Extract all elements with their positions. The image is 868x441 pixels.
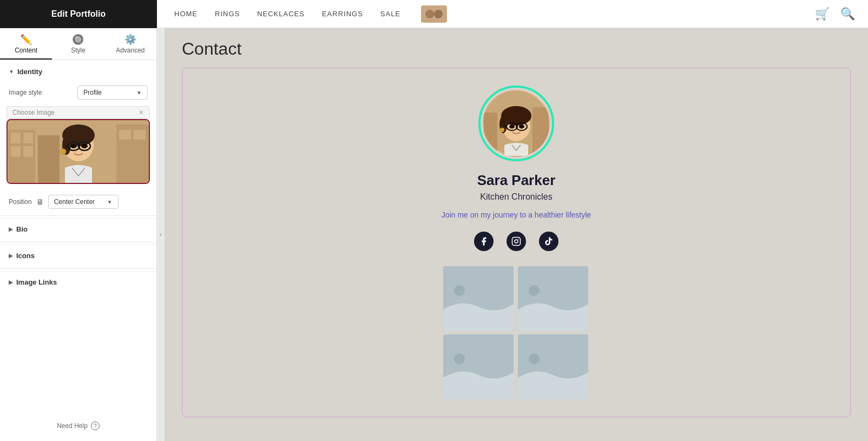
- position-select[interactable]: Center Center ▼: [48, 195, 119, 209]
- grid-image-2[interactable]: [518, 266, 588, 331]
- svg-point-21: [81, 144, 88, 148]
- identity-label: Identity: [17, 68, 42, 76]
- top-nav: Edit Portfolio HOME RINGS NECKLACES EARR…: [0, 0, 868, 28]
- choose-image-bar[interactable]: Choose Image ✕: [6, 106, 150, 119]
- search-button[interactable]: 🔍: [840, 7, 855, 21]
- nav-rings[interactable]: RINGS: [215, 10, 240, 18]
- facebook-icon[interactable]: [474, 232, 494, 251]
- svg-point-22: [61, 149, 66, 154]
- help-icon: ?: [91, 422, 100, 430]
- icons-arrow: ▶: [9, 253, 13, 259]
- image-style-chevron: ▼: [136, 90, 142, 96]
- profile-bio: Join me on my journey to a healthier lif…: [442, 209, 591, 221]
- position-row: Position 🖥 Center Center ▼: [0, 190, 156, 213]
- image-style-row: Image style Profile ▼: [0, 81, 156, 104]
- profile-avatar: [483, 90, 550, 157]
- svg-rect-5: [38, 135, 60, 184]
- svg-point-20: [70, 144, 77, 148]
- position-value: Center Center: [54, 198, 95, 206]
- grid-image-1[interactable]: [443, 266, 514, 331]
- tab-style-label: Style: [71, 47, 86, 54]
- tab-advanced-label: Advanced: [116, 47, 144, 54]
- nav-necklaces[interactable]: NECKLACES: [257, 10, 305, 18]
- image-links-section-header[interactable]: ▶ Image Links: [0, 271, 156, 293]
- grid-image-3[interactable]: [443, 334, 514, 399]
- profile-section: Sara Parker Kitchen Chronicles Join me o…: [182, 68, 851, 417]
- position-monitor-icon: 🖥: [36, 198, 44, 206]
- advanced-icon: ⚙️: [124, 34, 136, 45]
- page-title: Contact: [165, 28, 868, 68]
- svg-point-38: [518, 239, 519, 240]
- svg-rect-8: [23, 133, 33, 143]
- svg-rect-9: [11, 146, 21, 157]
- nav-links: HOME RINGS NECKLACES EARRINGS SALE: [157, 10, 815, 18]
- sidebar-tabs: ✏️ Content 🔘 Style ⚙️ Advanced: [0, 28, 156, 60]
- svg-point-37: [515, 240, 518, 243]
- image-preview[interactable]: [6, 119, 150, 184]
- svg-point-2: [434, 10, 443, 18]
- svg-point-46: [529, 353, 540, 364]
- svg-rect-12: [134, 130, 146, 140]
- image-links-arrow: ▶: [9, 279, 13, 285]
- image-preview-container: Choose Image ✕: [6, 106, 150, 184]
- bio-section-header[interactable]: ▶ Bio: [0, 218, 156, 240]
- need-help-label: Need Help: [57, 422, 88, 430]
- image-inner: [8, 120, 149, 183]
- svg-rect-7: [11, 133, 21, 143]
- main-layout: ✏️ Content 🔘 Style ⚙️ Advanced ▼ Identit…: [0, 28, 868, 441]
- nav-logo: [421, 5, 447, 23]
- close-icon: ✕: [139, 109, 144, 116]
- grid-image-4[interactable]: [518, 334, 588, 399]
- bio-text: Join me on my journey to a: [442, 210, 535, 219]
- svg-rect-36: [512, 238, 521, 246]
- cart-button[interactable]: 🛒: [815, 7, 830, 21]
- svg-rect-10: [23, 146, 33, 157]
- svg-rect-25: [532, 107, 549, 156]
- svg-point-34: [519, 125, 524, 129]
- nav-earrings[interactable]: EARRINGS: [322, 10, 363, 18]
- image-style-select[interactable]: Profile ▼: [77, 85, 148, 100]
- identity-section-header[interactable]: ▼ Identity: [0, 60, 156, 81]
- profile-subtitle: Kitchen Chronicles: [480, 192, 552, 202]
- divider-2: [0, 242, 156, 242]
- collapse-handle[interactable]: ‹: [157, 28, 165, 441]
- content-icon: ✏️: [20, 34, 32, 45]
- svg-point-40: [454, 285, 465, 296]
- svg-point-35: [500, 128, 504, 132]
- style-icon: 🔘: [72, 34, 84, 45]
- tab-content[interactable]: ✏️ Content: [0, 28, 52, 60]
- image-style-value: Profile: [83, 89, 102, 96]
- image-grid: [443, 266, 589, 399]
- profile-name: Sara Parker: [477, 172, 556, 189]
- edit-portfolio-title: Edit Portfolio: [51, 9, 106, 19]
- bio-highlight: healthier: [535, 210, 564, 219]
- image-style-label: Image style: [9, 89, 52, 96]
- logo-image-1: [421, 5, 447, 23]
- tab-advanced[interactable]: ⚙️ Advanced: [104, 28, 156, 60]
- tiktok-icon[interactable]: [539, 232, 558, 251]
- social-icons: [474, 232, 558, 251]
- bio-text-end: lifestyle: [564, 210, 591, 219]
- svg-point-33: [509, 125, 515, 129]
- choose-image-label: Choose Image: [12, 109, 55, 116]
- svg-rect-11: [119, 130, 131, 140]
- position-chevron: ▼: [107, 199, 113, 205]
- svg-point-42: [529, 285, 540, 296]
- icons-section-header[interactable]: ▶ Icons: [0, 245, 156, 266]
- profile-avatar-ring: [478, 85, 554, 161]
- main-content: Contact: [165, 28, 868, 441]
- tab-content-label: Content: [15, 47, 37, 54]
- sidebar-footer[interactable]: Need Help ?: [0, 411, 156, 441]
- edit-portfolio-bar: Edit Portfolio: [0, 0, 157, 28]
- nav-sale[interactable]: SALE: [380, 10, 400, 18]
- svg-point-1: [425, 10, 434, 18]
- position-label: Position: [9, 198, 32, 206]
- instagram-icon[interactable]: [507, 232, 526, 251]
- nav-home[interactable]: HOME: [174, 10, 198, 18]
- bio-label: Bio: [16, 225, 28, 233]
- divider-1: [0, 215, 156, 216]
- identity-arrow: ▼: [9, 69, 14, 75]
- tab-style[interactable]: 🔘 Style: [52, 28, 104, 60]
- icons-label: Icons: [16, 252, 35, 260]
- image-links-label: Image Links: [16, 278, 57, 286]
